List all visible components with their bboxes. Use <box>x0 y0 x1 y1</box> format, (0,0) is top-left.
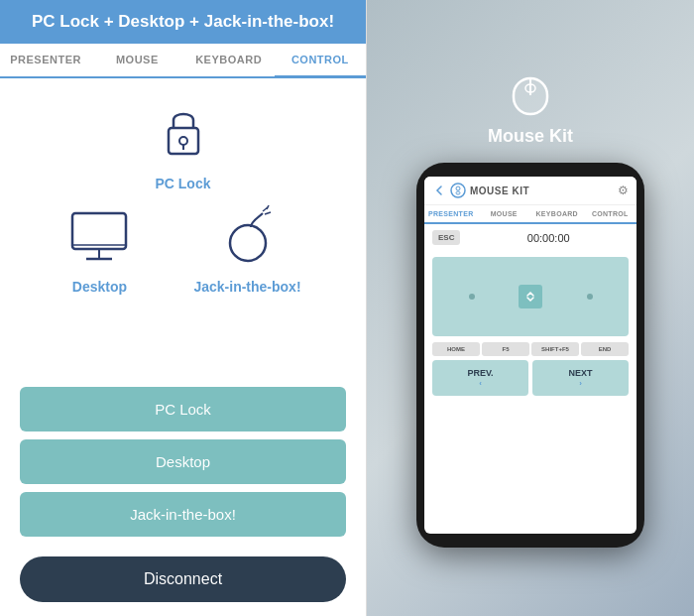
svg-point-15 <box>456 186 460 190</box>
svg-rect-0 <box>169 128 198 154</box>
app-header: PC Lock + Desktop + Jack-in-the-box! <box>0 0 366 44</box>
pc-lock-section: PC Lock <box>119 98 248 191</box>
home-key[interactable]: HOME <box>432 342 480 356</box>
tab-bar: PRESENTER MOUSE KEYBOARD CONTROL <box>0 44 366 78</box>
phone-tab-control[interactable]: CONTROL <box>584 205 637 222</box>
left-panel: PC Lock + Desktop + Jack-in-the-box! PRE… <box>0 0 367 616</box>
pc-lock-button[interactable]: PC Lock <box>20 387 346 431</box>
mouse-dot-right <box>587 294 593 300</box>
lock-icon <box>149 98 218 168</box>
phone-mouse-area[interactable] <box>432 257 629 336</box>
phone-mockup: MOUSE KIT ⚙ PRESENTER MOUSE KEYBOARD CON… <box>416 163 644 548</box>
svg-line-10 <box>267 205 269 209</box>
mouse-scroll-icon <box>519 285 542 308</box>
next-arrow: › <box>579 379 582 388</box>
phone-tab-keyboard[interactable]: KEYBOARD <box>530 205 584 222</box>
phone-app-logo <box>450 183 466 198</box>
phone-tab-presenter[interactable]: PRESENTER <box>424 205 478 224</box>
gear-icon[interactable]: ⚙ <box>618 184 629 197</box>
shift-f5-key[interactable]: SHIFT+F5 <box>531 342 579 356</box>
phone-tab-mouse[interactable]: MOUSE <box>478 205 531 222</box>
mouse-right-button[interactable] <box>550 257 629 336</box>
svg-point-1 <box>179 137 187 145</box>
jackbox-button[interactable]: Jack-in-the-box! <box>20 492 346 537</box>
desktop-icon <box>64 201 134 271</box>
phone-header-left: MOUSE KIT <box>432 183 529 198</box>
icon-row-bottom: Desktop Jack-in-the-box! <box>35 201 330 295</box>
tab-control[interactable]: CONTROL <box>275 44 366 78</box>
action-buttons: PC Lock Desktop Jack-in-the-box! <box>0 387 366 547</box>
svg-rect-16 <box>456 191 460 194</box>
phone-tab-bar: PRESENTER MOUSE KEYBOARD CONTROL <box>424 205 636 224</box>
phone-presenter-row: ESC 00:00:00 <box>424 224 636 251</box>
mouse-kit-label: Mouse Kit <box>488 126 573 147</box>
tab-presenter[interactable]: PRESENTER <box>0 44 91 76</box>
svg-point-7 <box>230 225 266 261</box>
next-button[interactable]: NEXT› <box>532 360 629 396</box>
pc-lock-icon-item: PC Lock <box>149 98 218 191</box>
svg-rect-3 <box>72 213 126 249</box>
mouse-left-button[interactable] <box>432 257 511 336</box>
prev-button[interactable]: PREV.‹ <box>432 360 528 396</box>
icon-grid: PC Lock Desktop <box>0 78 366 387</box>
phone-screen: MOUSE KIT ⚙ PRESENTER MOUSE KEYBOARD CON… <box>424 177 636 534</box>
desktop-label: Desktop <box>72 279 127 295</box>
prev-arrow: ‹ <box>479 379 482 388</box>
mouse-scroll-area[interactable] <box>511 257 550 336</box>
disconnect-button[interactable]: Disconnect <box>20 556 346 602</box>
jackbox-label: Jack-in-the-box! <box>193 279 300 295</box>
esc-button[interactable]: ESC <box>432 230 460 245</box>
mouse-dot-left <box>469 294 475 300</box>
end-key[interactable]: END <box>581 342 629 356</box>
pc-lock-label: PC Lock <box>155 176 210 191</box>
f5-key[interactable]: F5 <box>482 342 529 356</box>
phone-app-title: MOUSE KIT <box>470 185 529 196</box>
tab-keyboard[interactable]: KEYBOARD <box>183 44 275 76</box>
right-panel: Mouse Kit MOUSE KIT ⚙ <box>367 0 694 616</box>
app-title: PC Lock + Desktop + Jack-in-the-box! <box>32 12 334 31</box>
phone-nav-row: PREV.‹ NEXT› <box>432 360 629 396</box>
desktop-button[interactable]: Desktop <box>20 439 346 484</box>
phone-back-icon[interactable] <box>432 184 446 197</box>
desktop-icon-item: Desktop <box>64 201 134 295</box>
svg-line-9 <box>265 212 271 214</box>
scroll-icon <box>523 290 537 304</box>
disconnect-bar: Disconnect <box>0 547 366 616</box>
mouse-kit-icon <box>512 68 549 116</box>
tab-mouse[interactable]: MOUSE <box>91 44 182 76</box>
phone-key-row: HOME F5 SHIFT+F5 END <box>432 342 629 356</box>
timer-display: 00:00:00 <box>468 232 629 244</box>
phone-app-header: MOUSE KIT ⚙ <box>424 177 636 205</box>
jackbox-icon-item: Jack-in-the-box! <box>193 201 300 295</box>
mouse-kit-icon-area <box>512 68 549 120</box>
bomb-icon <box>213 201 283 271</box>
